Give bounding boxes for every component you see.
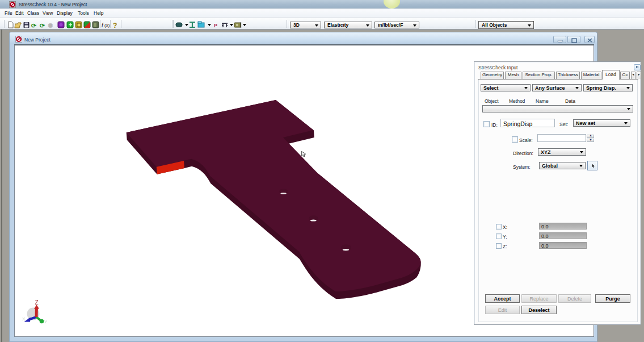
svg-text:X: X xyxy=(22,316,26,322)
svg-text:Z: Z xyxy=(35,299,39,306)
svg-text:Y: Y xyxy=(44,319,48,324)
